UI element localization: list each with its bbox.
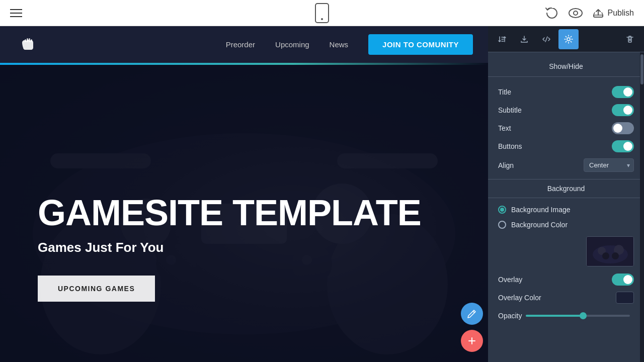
publish-button[interactable]: Publish	[593, 9, 634, 18]
panel-toolbar	[488, 26, 644, 52]
add-fab-button[interactable]	[461, 330, 483, 352]
bg-color-label: Background Color	[511, 221, 568, 229]
svg-rect-6	[31, 39, 32, 42]
nav-preorder[interactable]: Preorder	[226, 40, 255, 49]
bg-image-radio[interactable]	[498, 206, 506, 214]
site-navbar: Preorder Upcoming News JOIN TO COMUNITY	[0, 26, 488, 63]
buttons-toggle-label: Buttons	[498, 142, 522, 150]
delete-tool-button[interactable]	[620, 29, 640, 49]
toolbar-left	[10, 9, 22, 17]
thumbnail-row	[488, 232, 644, 270]
bg-thumbnail[interactable]	[586, 236, 634, 266]
title-toggle[interactable]	[612, 86, 634, 98]
hero-title: GAMESITE TEMPLATE	[38, 195, 421, 231]
text-toggle-label: Text	[498, 124, 511, 132]
title-toggle-label: Title	[498, 88, 511, 96]
opacity-slider-fill	[526, 315, 583, 317]
align-label: Align	[498, 161, 514, 169]
svg-rect-4	[27, 38, 28, 42]
subtitle-toggle-label: Subtitle	[498, 106, 522, 114]
svg-point-23	[567, 38, 570, 41]
bg-color-radio[interactable]	[498, 221, 506, 229]
background-section-header: Background	[488, 179, 644, 198]
hero-section: GAMESITE TEMPLATE Games Just For You UPC…	[0, 63, 488, 362]
panel-content: Show/Hide Title Subtitle Text Buttons	[488, 52, 644, 362]
publish-label: Publish	[608, 9, 634, 18]
preview-area: Preorder Upcoming News JOIN TO COMUNITY	[0, 26, 488, 362]
nav-accent-border	[0, 63, 488, 65]
svg-point-1	[574, 11, 578, 15]
overlay-color-row: Overlay Color	[488, 289, 644, 307]
preview-button[interactable]	[569, 8, 583, 18]
hero-subtitle: Games Just For You	[38, 240, 421, 255]
undo-button[interactable]	[545, 8, 558, 19]
edit-fab-button[interactable]	[461, 303, 483, 325]
nav-upcoming[interactable]: Upcoming	[275, 40, 309, 49]
site-nav-links: Preorder Upcoming News JOIN TO COMUNITY	[226, 34, 473, 55]
subtitle-toggle[interactable]	[612, 104, 634, 116]
show-hide-section-header: Show/Hide	[488, 58, 644, 77]
sort-tool-button[interactable]	[492, 29, 512, 49]
main-area: Preorder Upcoming News JOIN TO COMUNITY	[0, 26, 644, 362]
svg-point-31	[612, 252, 619, 259]
hamburger-menu-icon[interactable]	[10, 9, 22, 17]
code-tool-button[interactable]	[536, 29, 556, 49]
opacity-slider[interactable]	[526, 315, 630, 317]
align-select[interactable]: Center Left Right	[584, 158, 634, 172]
bg-image-row: Background Image	[488, 202, 644, 217]
overlay-toggle-label: Overlay	[498, 276, 522, 284]
align-select-wrapper: Center Left Right	[584, 158, 634, 172]
opacity-row: Opacity	[488, 307, 644, 325]
top-toolbar: Publish	[0, 0, 644, 26]
svg-point-0	[569, 9, 582, 18]
download-tool-button[interactable]	[514, 29, 534, 49]
align-row: Align Center Left Right	[488, 155, 644, 175]
right-panel: Show/Hide Title Subtitle Text Buttons	[488, 26, 644, 362]
mobile-preview-icon[interactable]	[315, 3, 329, 23]
bg-thumbnail-image	[587, 237, 633, 266]
settings-tool-button[interactable]	[558, 29, 579, 49]
fab-container	[461, 303, 483, 352]
hero-cta-button[interactable]: UPCOMING GAMES	[38, 276, 155, 302]
site-logo	[15, 32, 41, 58]
join-cta-button[interactable]: JOIN TO COMUNITY	[368, 34, 473, 55]
svg-point-30	[602, 252, 609, 259]
text-toggle[interactable]	[612, 122, 634, 134]
hero-content: GAMESITE TEMPLATE Games Just For You UPC…	[38, 195, 421, 302]
svg-rect-3	[25, 39, 26, 42]
toolbar-center	[315, 3, 329, 23]
panel-scrollbar-thumb	[640, 54, 643, 84]
opacity-label: Opacity	[498, 312, 522, 320]
nav-news[interactable]: News	[330, 40, 349, 49]
panel-scrollbar[interactable]	[640, 52, 644, 362]
buttons-toggle[interactable]	[612, 140, 634, 152]
opacity-slider-thumb[interactable]	[580, 312, 587, 319]
subtitle-toggle-row: Subtitle	[488, 101, 644, 119]
svg-rect-5	[29, 38, 30, 42]
overlay-color-label: Overlay Color	[498, 294, 541, 302]
overlay-color-swatch[interactable]	[616, 292, 634, 304]
bg-image-label: Background Image	[511, 206, 571, 214]
overlay-toggle[interactable]	[612, 274, 634, 286]
title-toggle-row: Title	[488, 83, 644, 101]
text-toggle-row: Text	[488, 119, 644, 137]
overlay-toggle-row: Overlay	[488, 270, 644, 289]
toolbar-right: Publish	[545, 8, 634, 19]
buttons-toggle-row: Buttons	[488, 137, 644, 155]
bg-color-row: Background Color	[488, 217, 644, 232]
logo-image	[15, 32, 41, 58]
